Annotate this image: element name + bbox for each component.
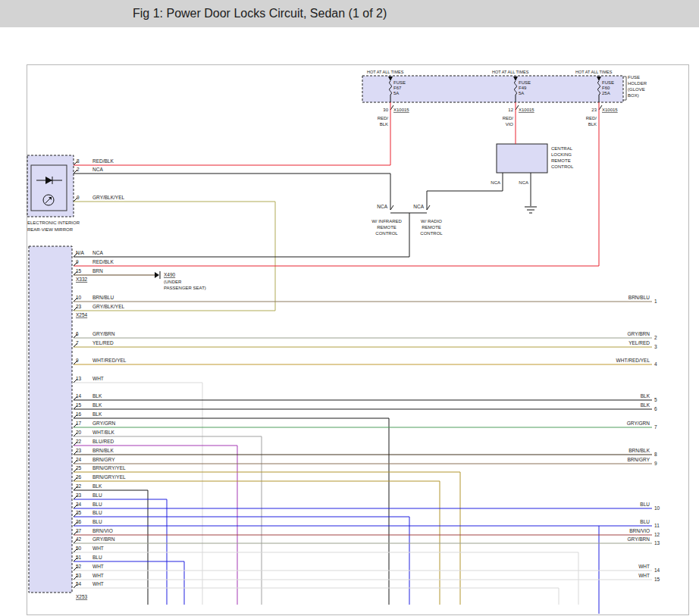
connector-pin-wire: BLK	[92, 393, 102, 399]
mirror-label: REAR-VIEW MIRROR	[27, 227, 74, 232]
central-locking-nca-label: NCA	[519, 180, 528, 185]
right-edge-circuit-number: 6	[654, 406, 657, 411]
connector-name-label: X253	[76, 594, 88, 599]
x490-label: X490	[164, 272, 176, 277]
branch-option-label: REMOTE	[422, 225, 441, 230]
central-locking-label: CENTRAL	[551, 146, 573, 151]
connector-pin-number: 52	[76, 564, 82, 569]
connector-pin-number: 14	[76, 393, 82, 399]
connector-pin-wire: BLK	[92, 483, 102, 489]
branch-option-label: W/ RADIO	[421, 219, 442, 224]
connector-pin-wire: BLU/RED	[92, 439, 114, 444]
connector-pin-wire: WHT	[92, 376, 104, 381]
connector-pin-wire: NCA	[92, 250, 103, 255]
connector-pin-number: 7	[76, 340, 79, 346]
connector-pin-wire: YEL/RED	[92, 340, 114, 346]
connector-block	[29, 246, 72, 593]
right-edge-wire-label: BRN/BLK	[628, 448, 650, 453]
fuse-label: FUSE	[519, 80, 531, 85]
branch-nca-label: NCA	[377, 204, 387, 209]
connector-pin-wire: BRN	[92, 268, 103, 274]
right-edge-circuit-number: 11	[654, 523, 660, 528]
mirror-pin-wire: GRY/BLK/YEL	[92, 195, 125, 200]
connector-name-label: X254	[76, 312, 88, 317]
right-edge-circuit-number: 5	[654, 397, 657, 402]
connector-pin-number: 37	[76, 528, 82, 533]
connector-pin-wire: BLU	[92, 510, 102, 515]
fuse-label: FUSE	[393, 80, 406, 85]
fuse-connector-label: X10015	[393, 108, 409, 112]
connector-pin-wire: BRN/BLK	[92, 448, 114, 453]
connector-pin-number: 17	[76, 421, 82, 426]
central-locking-label: LOCKING	[551, 152, 572, 157]
connector-pin-number: 35	[76, 510, 82, 515]
right-edge-circuit-number: 10	[654, 505, 660, 511]
right-edge-wire-label: GRY/BRN	[628, 536, 650, 542]
right-edge-wire-label: WHT	[638, 564, 650, 569]
connector-pin-wire: BLU	[92, 502, 102, 507]
hot-at-all-times-label: HOT AT ALL TIMES	[575, 70, 613, 74]
connector-pin-number: 15	[76, 268, 82, 274]
mirror-pin-number: 9	[77, 195, 80, 200]
connector-pin-number: 22	[76, 439, 82, 444]
right-edge-circuit-number: 15	[654, 577, 660, 582]
central-locking-label: REMOTE	[551, 158, 571, 163]
fuse-holder-label: FUSE	[628, 75, 640, 80]
connector-pin-wire: BLU	[92, 492, 102, 498]
fuse-label: F60	[602, 86, 610, 90]
right-edge-wire-label: BRN/BLU	[628, 295, 650, 300]
right-edge-wire-label: BLU	[640, 519, 650, 524]
fuse-label: 5A	[393, 91, 399, 95]
connector-pin-number: 23	[76, 304, 82, 309]
branch-option-label: W/ INFRARED	[371, 219, 402, 224]
right-edge-circuit-number: 3	[654, 344, 657, 349]
right-edge-circuit-number: 8	[654, 452, 657, 457]
branch-option-label: REMOTE	[377, 225, 397, 230]
connector-pin-wire: BLK	[92, 402, 102, 408]
connector-pin-number: 24	[76, 457, 82, 462]
fuse-holder-label: BOX)	[628, 93, 639, 98]
fuse-connector-label: X10015	[602, 108, 618, 112]
right-edge-circuit-number: 13	[654, 540, 660, 546]
connector-pin-number: 53	[76, 573, 82, 578]
connector-pin-wire: WHT	[92, 573, 104, 578]
connector-pin-wire: WHT/BLK	[92, 430, 115, 435]
connector-pin-wire: GRY/BRN	[92, 536, 115, 542]
branch-option-label: CONTROL	[420, 231, 443, 236]
connector-pin-wire: BRN/GRY	[92, 457, 115, 462]
wiring-diagram-canvas: FUSEHOLDER(GLOVEBOX)HOT AT ALL TIMESFUSE…	[0, 0, 699, 616]
fuse-wire-label: RED/	[586, 116, 597, 120]
fuse-wire-label: RED/	[503, 116, 514, 120]
connector-pin-number: 33	[76, 492, 82, 498]
right-edge-wire-label: BRN/GRY	[628, 457, 650, 462]
fuse-wire-label: VIO	[506, 122, 514, 127]
branch-nca-label: NCA	[413, 204, 424, 209]
fuse-label: F49	[519, 86, 527, 90]
fuse-holder-label: HOLDER	[628, 81, 647, 86]
right-edge-wire-label: YEL/RED	[628, 340, 650, 346]
connector-pin-number: 9	[76, 259, 79, 264]
mirror-label: ELECTRONIC INTERIOR	[27, 220, 80, 225]
branch-option-label: CONTROL	[375, 231, 398, 236]
right-edge-circuit-number: 14	[654, 568, 660, 573]
connector-pin-wire: GRY/GRN	[92, 421, 116, 426]
connector-pin-number: 36	[76, 519, 82, 524]
right-edge-circuit-number: 7	[654, 424, 657, 430]
connector-pin-wire: GRY/BRN	[92, 331, 115, 336]
connector-pin-number: 26	[76, 474, 82, 480]
x490-note: (UNDER	[164, 280, 182, 284]
connector-pin-wire: BRN/BLU	[92, 295, 114, 300]
connector-pin-number: 34	[76, 502, 82, 507]
connector-pin-wire: BLK	[92, 411, 102, 417]
connector-pin-wire: WHT/RED/YEL	[92, 358, 127, 363]
fuse-label: FUSE	[602, 80, 614, 85]
right-edge-wire-label: BLK	[641, 402, 650, 408]
connector-pin-number: 50	[76, 546, 82, 551]
central-locking-label: CONTROL	[551, 164, 574, 169]
connector-pin-number: 13	[76, 376, 82, 381]
right-edge-wire-label: BLK	[641, 393, 650, 399]
fuse-label: 25A	[602, 91, 610, 95]
right-edge-circuit-number: 9	[654, 461, 657, 466]
right-edge-circuit-number: 1	[654, 299, 657, 304]
connector-pin-number: 42	[76, 536, 82, 542]
